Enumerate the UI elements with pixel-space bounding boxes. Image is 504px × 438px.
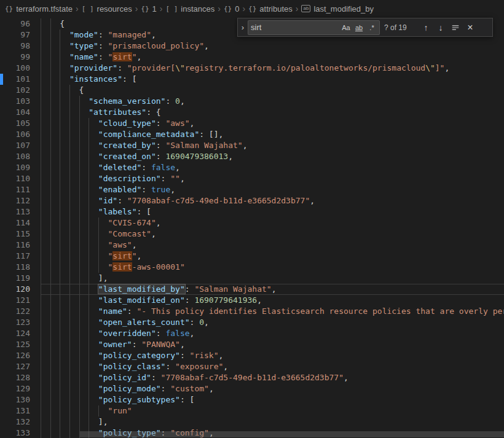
line-number[interactable]: 108 (0, 151, 41, 162)
line-number[interactable]: 109 (0, 162, 41, 173)
close-button[interactable]: × (463, 21, 477, 34)
code-line[interactable]: 113"labels": [ (0, 206, 504, 217)
code-line[interactable]: 102{ (0, 85, 504, 96)
code-line[interactable]: 111"enabled": true, (0, 184, 504, 195)
breadcrumb-item[interactable]: [ ]instances (165, 4, 215, 14)
line-number[interactable]: 101 (0, 74, 41, 85)
code-line[interactable]: 101"instances": [ (0, 74, 504, 85)
breadcrumb-item[interactable]: {}terraform.tfstate (5, 4, 73, 14)
code-line[interactable]: 122"name": "- This policy identifies Ela… (0, 306, 504, 317)
code-line[interactable]: 127"policy_class": "exposure", (0, 361, 504, 372)
line-number[interactable]: 119 (0, 273, 41, 284)
horizontal-scrollbar[interactable] (0, 431, 504, 438)
horizontal-scrollbar-slider[interactable] (80, 431, 504, 437)
line-number[interactable]: 113 (0, 206, 41, 217)
line-number[interactable]: 118 (0, 262, 41, 273)
search-input[interactable] (251, 23, 339, 32)
code-line[interactable]: 106"compliance_metadata": [], (0, 129, 504, 140)
indent-guide (60, 240, 69, 251)
code-line[interactable]: 100"provider": "provider[\"registry.terr… (0, 63, 504, 74)
find-input-box[interactable]: Aa ab .* (248, 20, 380, 35)
editor[interactable]: 96{97"mode": "managed",98"type": "prisma… (0, 17, 504, 438)
code-line[interactable]: 99"name": "sirt", (0, 52, 504, 63)
line-number[interactable]: 102 (0, 85, 41, 96)
code-line[interactable]: 103"schema_version": 0, (0, 96, 504, 107)
toggle-replace-button[interactable]: › (238, 18, 248, 36)
match-case-toggle[interactable]: Aa (340, 22, 352, 34)
code-line[interactable]: 116"aws", (0, 240, 504, 251)
line-number[interactable]: 117 (0, 251, 41, 262)
code-line[interactable]: 130"policy_subtypes": [ (0, 394, 504, 405)
line-number[interactable]: 122 (0, 306, 41, 317)
code-line[interactable]: 110"description": "", (0, 173, 504, 184)
breadcrumb-item[interactable]: {}0 (224, 4, 239, 14)
code-line[interactable]: 115"Comcast", (0, 229, 504, 240)
line-number[interactable]: 103 (0, 96, 41, 107)
line-number[interactable]: 115 (0, 229, 41, 240)
code-line[interactable]: 109"deleted": false, (0, 162, 504, 173)
find-in-selection-button[interactable] (449, 21, 462, 34)
line-number[interactable]: 99 (0, 52, 41, 63)
code-line[interactable]: 126"policy_category": "risk", (0, 350, 504, 361)
code-line[interactable]: 120"last_modified_by": "Salman Wajahat", (0, 284, 504, 295)
line-number[interactable]: 97 (0, 29, 41, 41)
line-number[interactable]: 121 (0, 295, 41, 306)
breadcrumb-item[interactable]: ablast_modified_by (301, 4, 373, 14)
code-line[interactable]: 132], (0, 416, 504, 428)
line-number[interactable]: 100 (0, 63, 41, 74)
token: , (204, 41, 209, 50)
line-number[interactable]: 107 (0, 140, 41, 151)
line-number[interactable]: 112 (0, 195, 41, 206)
line-number[interactable]: 98 (0, 41, 41, 52)
indent-guide (41, 195, 50, 206)
line-number[interactable]: 131 (0, 405, 41, 416)
code-line[interactable]: 98"type": "prismacloud_policy", (0, 41, 504, 52)
code-line[interactable]: 117"sirt", (0, 251, 504, 262)
code-line[interactable]: 124"overridden": false, (0, 328, 504, 339)
code-line[interactable]: 121"last_modified_on": 1690779641936, (0, 295, 504, 306)
line-number[interactable]: 104 (0, 107, 41, 118)
code-text: "created_by": "Salman Wajahat", (41, 140, 504, 151)
code-line[interactable]: 125"owner": "PANWQA", (0, 339, 504, 350)
line-number[interactable]: 120 (0, 284, 41, 295)
line-number[interactable]: 110 (0, 173, 41, 184)
code-line[interactable]: 119], (0, 273, 504, 284)
breadcrumb-item[interactable]: [ ]resources (82, 4, 132, 14)
line-number[interactable]: 106 (0, 129, 41, 140)
indent-guide (60, 251, 69, 262)
next-match-button[interactable]: ↓ (434, 21, 447, 34)
whole-word-toggle[interactable]: ab (353, 22, 365, 34)
line-number[interactable]: 124 (0, 328, 41, 339)
code-line[interactable]: 107"created_by": "Salman Wajahat", (0, 140, 504, 151)
line-number[interactable]: 125 (0, 339, 41, 350)
line-number[interactable]: 127 (0, 361, 41, 372)
line-number[interactable]: 128 (0, 372, 41, 383)
line-number[interactable]: 132 (0, 416, 41, 428)
line-number[interactable]: 116 (0, 240, 41, 251)
code-area[interactable]: 96{97"mode": "managed",98"type": "prisma… (0, 18, 504, 438)
breadcrumb-item[interactable]: {}1 (141, 4, 156, 14)
code-line[interactable]: 131"run" (0, 405, 504, 416)
line-number[interactable]: 96 (0, 18, 41, 29)
regex-toggle[interactable]: .* (366, 22, 378, 34)
code-line[interactable]: 129"policy_mode": "custom", (0, 383, 504, 394)
line-number[interactable]: 126 (0, 350, 41, 361)
previous-match-button[interactable]: ↑ (419, 21, 433, 34)
line-number[interactable]: 130 (0, 394, 41, 405)
line-number[interactable]: 114 (0, 217, 41, 229)
code-line[interactable]: 114"CVIS-674", (0, 217, 504, 229)
line-number[interactable]: 105 (0, 118, 41, 129)
code-line[interactable]: 123"open_alerts_count": 0, (0, 317, 504, 328)
code-line[interactable]: 118"sirt-aws-00001" (0, 262, 504, 273)
code-line[interactable]: 104"attributes": { (0, 107, 504, 118)
breadcrumb-item[interactable]: {}attributes (248, 4, 293, 14)
line-number[interactable]: 129 (0, 383, 41, 394)
indent-guide (69, 273, 79, 284)
code-line[interactable]: 128"policy_id": "7708abaf-c7d5-49ed-b11d… (0, 372, 504, 383)
code-line[interactable]: 105"cloud_type": "aws", (0, 118, 504, 129)
code-line[interactable]: 112"id": "7708abaf-c7d5-49ed-b11d-e3665d… (0, 195, 504, 206)
code-line[interactable]: 108"created_on": 1690479386013, (0, 151, 504, 162)
line-number[interactable]: 111 (0, 184, 41, 195)
indent-guide (50, 29, 60, 41)
line-number[interactable]: 123 (0, 317, 41, 328)
